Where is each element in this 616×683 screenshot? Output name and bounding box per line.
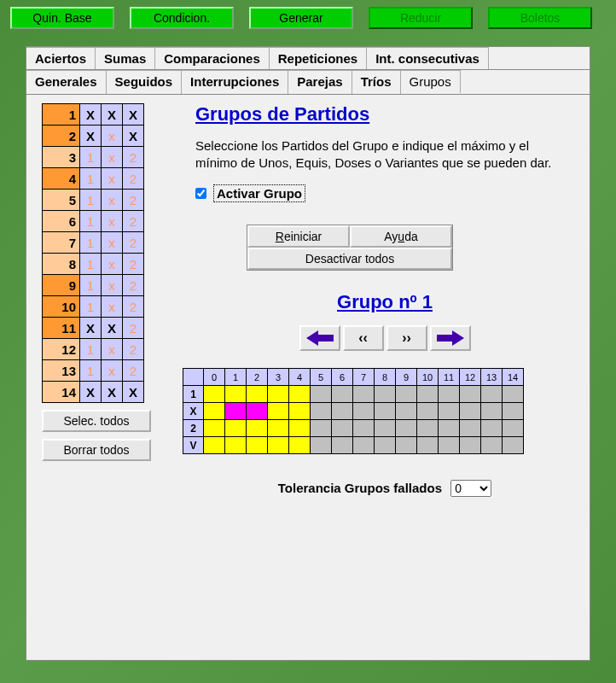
grid-cell[interactable]	[481, 437, 503, 454]
tab-generales[interactable]: Generales	[26, 70, 107, 94]
match-cell-x[interactable]: x	[102, 211, 123, 232]
tab-grupos[interactable]: Grupos	[401, 70, 461, 94]
grid-cell[interactable]	[396, 403, 417, 420]
match-cell-x[interactable]: x	[102, 147, 123, 168]
match-cell-x[interactable]: x	[102, 339, 123, 360]
grid-cell[interactable]	[289, 437, 311, 454]
grid-cell[interactable]	[311, 386, 332, 403]
match-cell-x[interactable]: x	[102, 296, 123, 318]
grid-cell[interactable]	[460, 386, 481, 403]
match-cell-1[interactable]: X	[80, 104, 102, 126]
match-cell-1[interactable]: 1	[80, 275, 102, 296]
grid-cell[interactable]	[417, 403, 439, 420]
grid-cell[interactable]	[439, 386, 460, 403]
match-cell-2[interactable]: 2	[123, 190, 144, 211]
grid-cell[interactable]	[247, 420, 268, 437]
grid-cell[interactable]	[353, 403, 375, 420]
grid-cell[interactable]	[268, 386, 289, 403]
grid-cell[interactable]	[503, 386, 524, 403]
grid-cell[interactable]	[353, 386, 375, 403]
grid-cell[interactable]	[375, 403, 396, 420]
borrar-todos-button[interactable]: Borrar todos	[42, 439, 151, 461]
match-cell-1[interactable]: X	[80, 126, 102, 147]
grid-cell[interactable]	[204, 386, 225, 403]
grid-cell[interactable]	[481, 420, 503, 437]
match-cell-x[interactable]: x	[102, 360, 123, 382]
match-cell-x[interactable]: x	[102, 275, 123, 296]
page-title[interactable]: Grupos de Partidos	[195, 103, 574, 126]
grid-cell[interactable]	[289, 420, 311, 437]
reducir-button[interactable]: Reducir	[369, 7, 473, 29]
grid-cell[interactable]	[311, 403, 332, 420]
match-cell-2[interactable]: 2	[123, 360, 144, 382]
grid-cell[interactable]	[204, 403, 225, 420]
match-cell-1[interactable]: X	[80, 382, 102, 403]
grid-cell[interactable]	[503, 420, 524, 437]
tab-repeticiones[interactable]: Repeticiones	[270, 47, 367, 69]
grid-cell[interactable]	[460, 403, 481, 420]
desactivar-todos-button[interactable]: Desactivar todos	[247, 248, 452, 270]
tab-parejas[interactable]: Parejas	[288, 70, 352, 94]
condicion-button[interactable]: Condicion.	[130, 7, 234, 29]
grid-cell[interactable]	[204, 420, 225, 437]
match-cell-x[interactable]: X	[102, 382, 123, 403]
grid-cell[interactable]	[417, 437, 439, 454]
match-cell-1[interactable]: 1	[80, 254, 102, 275]
grid-cell[interactable]	[225, 437, 247, 454]
grid-cell[interactable]	[311, 420, 332, 437]
match-cell-1[interactable]: X	[80, 318, 102, 339]
grid-cell[interactable]	[268, 420, 289, 437]
match-cell-2[interactable]: 2	[123, 339, 144, 360]
grid-cell[interactable]	[439, 420, 460, 437]
match-cell-x[interactable]: x	[102, 190, 123, 211]
match-cell-1[interactable]: 1	[80, 360, 102, 382]
match-cell-x[interactable]: X	[102, 104, 123, 126]
match-cell-2[interactable]: X	[123, 382, 144, 403]
grid-cell[interactable]	[332, 403, 353, 420]
boletos-button[interactable]: Boletos	[488, 7, 592, 29]
grid-cell[interactable]	[332, 420, 353, 437]
tolerance-select[interactable]: 0	[450, 480, 491, 497]
grid-cell[interactable]	[353, 437, 375, 454]
match-cell-x[interactable]: x	[102, 254, 123, 275]
match-cell-1[interactable]: 1	[80, 211, 102, 232]
grid-cell[interactable]	[396, 437, 417, 454]
match-cell-2[interactable]: X	[123, 104, 144, 126]
tab-comparaciones[interactable]: Comparaciones	[155, 47, 270, 69]
grid-cell[interactable]	[417, 386, 439, 403]
grid-cell[interactable]	[247, 386, 268, 403]
match-cell-2[interactable]: 2	[123, 211, 144, 232]
grid-cell[interactable]	[289, 386, 311, 403]
match-cell-2[interactable]: 2	[123, 318, 144, 339]
grid-cell[interactable]	[225, 420, 247, 437]
match-cell-x[interactable]: x	[102, 232, 123, 254]
match-cell-1[interactable]: 1	[80, 339, 102, 360]
tab-interrupciones[interactable]: Interrupciones	[182, 70, 288, 94]
grid-cell[interactable]	[375, 437, 396, 454]
grid-cell[interactable]	[204, 437, 225, 454]
grid-cell[interactable]	[332, 437, 353, 454]
match-cell-1[interactable]: 1	[80, 296, 102, 318]
grid-cell[interactable]	[225, 403, 247, 420]
grid-cell[interactable]	[439, 437, 460, 454]
match-cell-2[interactable]: X	[123, 126, 144, 147]
grid-cell[interactable]	[481, 403, 503, 420]
match-cell-2[interactable]: 2	[123, 147, 144, 168]
match-cell-1[interactable]: 1	[80, 232, 102, 254]
grid-cell[interactable]	[481, 386, 503, 403]
grid-cell[interactable]	[225, 386, 247, 403]
grid-cell[interactable]	[503, 403, 524, 420]
ayuda-button[interactable]: Ayuda	[350, 225, 452, 248]
match-cell-2[interactable]: 2	[123, 275, 144, 296]
tab-trios[interactable]: Tríos	[352, 70, 401, 94]
grid-cell[interactable]	[460, 437, 481, 454]
tab-aciertos[interactable]: Aciertos	[26, 47, 96, 69]
grid-cell[interactable]	[396, 420, 417, 437]
nav-next-button[interactable]: ››	[386, 325, 427, 351]
match-cell-2[interactable]: 2	[123, 296, 144, 318]
grid-cell[interactable]	[439, 403, 460, 420]
activar-grupo-checkbox[interactable]	[195, 188, 206, 199]
grid-cell[interactable]	[311, 437, 332, 454]
grid-cell[interactable]	[332, 386, 353, 403]
tab-seguidos[interactable]: Seguidos	[107, 70, 183, 94]
